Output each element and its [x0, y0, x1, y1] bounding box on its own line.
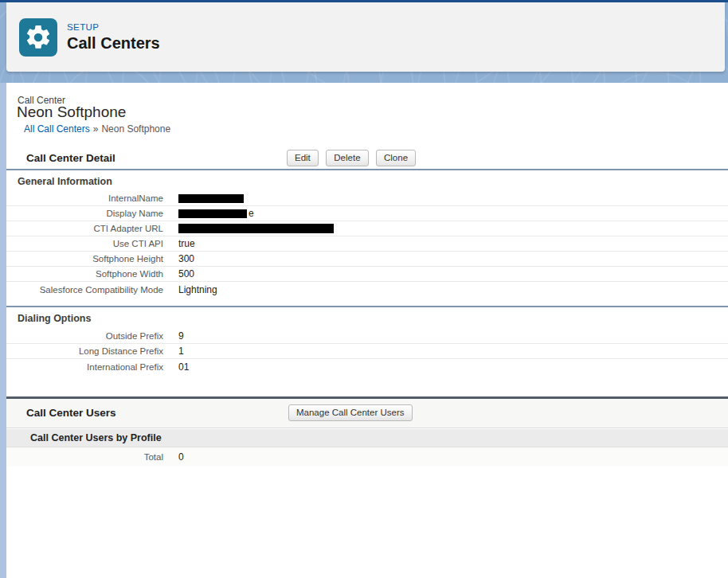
page-title: Call Centers — [67, 34, 160, 53]
users-by-profile-subheader: Call Center Users by Profile — [6, 429, 728, 447]
field-value: Lightning — [178, 284, 217, 295]
field-row-long-distance-prefix: Long Distance Prefix 1 — [6, 344, 728, 359]
redacted-value — [178, 194, 244, 203]
breadcrumb-all-call-centers-link[interactable]: All Call Centers — [24, 123, 90, 135]
delete-button[interactable]: Delete — [326, 150, 368, 166]
field-value: 01 — [178, 361, 189, 373]
field-row-cti-adapter-url: CTI Adapter URL — [6, 221, 728, 236]
detail-section-header: Call Center Detail Edit Delete Clone — [6, 148, 728, 169]
clone-button[interactable]: Clone — [376, 150, 416, 166]
field-value: 1 — [178, 346, 184, 357]
edit-button[interactable]: Edit — [287, 150, 319, 166]
users-section-header: Call Center Users Manage Call Center Use… — [6, 399, 728, 428]
users-section-title: Call Center Users — [26, 407, 116, 419]
redacted-value — [178, 224, 334, 233]
dialing-options-heading: Dialing Options — [18, 313, 91, 324]
record-title: Neon Softphone — [17, 103, 126, 121]
field-label: Salesforce Compatibility Mode — [6, 285, 163, 295]
field-row-softphone-width: Softphone Width 500 — [6, 267, 728, 282]
section-divider — [6, 306, 728, 307]
page: SETUP Call Centers Call Center Neon Soft… — [0, 0, 728, 578]
field-value: 300 — [178, 253, 194, 264]
field-row-display-name: Display Name e — [6, 206, 728, 221]
breadcrumb-current: Neon Softphone — [101, 123, 170, 135]
general-information-rows: InternalName Display Name e CTI Adapter … — [6, 191, 728, 297]
setup-eyebrow: SETUP — [67, 22, 160, 32]
field-label: Softphone Height — [6, 254, 163, 264]
field-value: true — [178, 238, 195, 249]
main-content: Call Center Neon Softphone All Call Cent… — [6, 83, 728, 578]
setup-header: SETUP Call Centers — [6, 2, 725, 72]
field-label: Outside Prefix — [6, 331, 163, 341]
field-row-outside-prefix: Outside Prefix 9 — [6, 329, 728, 344]
left-margin-strip — [0, 83, 6, 578]
field-label: Long Distance Prefix — [6, 346, 163, 356]
field-label: Display Name — [6, 209, 163, 218]
breadcrumb: All Call Centers»Neon Softphone — [24, 123, 170, 135]
breadcrumb-separator: » — [93, 123, 99, 135]
field-row-international-prefix: International Prefix 01 — [6, 359, 728, 374]
users-total-row: Total 0 — [6, 447, 728, 467]
field-label: CTI Adapter URL — [6, 224, 163, 233]
redacted-value — [178, 209, 247, 218]
field-value: e — [249, 208, 254, 219]
total-value: 0 — [178, 451, 184, 463]
manage-call-center-users-button[interactable]: Manage Call Center Users — [288, 404, 413, 421]
gear-icon — [19, 18, 57, 57]
field-row-compatibility-mode: Salesforce Compatibility Mode Lightning — [6, 282, 728, 297]
field-value: 500 — [178, 268, 194, 279]
total-label: Total — [6, 452, 163, 462]
users-by-profile-label: Call Center Users by Profile — [30, 432, 162, 443]
field-value: 9 — [178, 330, 184, 342]
field-label: Softphone Width — [6, 269, 163, 279]
field-row-internalname: InternalName — [6, 191, 728, 206]
field-label: InternalName — [6, 193, 163, 203]
field-row-softphone-height: Softphone Height 300 — [6, 252, 728, 267]
general-information-heading: General Information — [18, 176, 112, 187]
detail-section-title: Call Center Detail — [26, 152, 115, 164]
field-label: Use CTI API — [6, 239, 163, 248]
dialing-options-rows: Outside Prefix 9 Long Distance Prefix 1 … — [6, 329, 728, 374]
field-row-use-cti-api: Use CTI API true — [6, 236, 728, 252]
field-label: International Prefix — [6, 362, 163, 372]
section-divider — [6, 169, 728, 170]
